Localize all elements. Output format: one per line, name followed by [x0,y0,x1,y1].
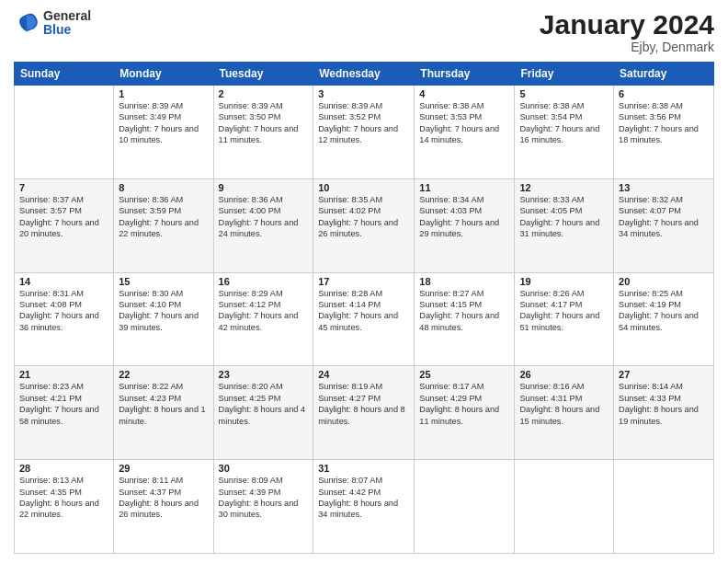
day-cell: 24Sunrise: 8:19 AM Sunset: 4:27 PM Dayli… [313,366,415,460]
day-number: 17 [318,276,409,287]
day-cell [415,460,515,554]
title-area: January 2024 Ejby, Denmark [540,9,714,54]
week-row-2: 7Sunrise: 8:37 AM Sunset: 3:57 PM Daylig… [15,178,714,272]
day-info: Sunrise: 8:37 AM Sunset: 3:57 PM Dayligh… [19,194,108,240]
day-number: 14 [19,276,108,287]
day-info: Sunrise: 8:20 AM Sunset: 4:25 PM Dayligh… [219,381,309,427]
day-number: 21 [19,369,108,380]
day-number: 25 [419,369,509,380]
day-number: 22 [119,369,208,380]
day-info: Sunrise: 8:38 AM Sunset: 3:53 PM Dayligh… [419,100,509,146]
day-number: 4 [419,88,509,99]
day-cell: 4Sunrise: 8:38 AM Sunset: 3:53 PM Daylig… [415,86,515,179]
day-cell: 7Sunrise: 8:37 AM Sunset: 3:57 PM Daylig… [15,178,114,272]
logo-icon [14,10,40,36]
day-info: Sunrise: 8:39 AM Sunset: 3:50 PM Dayligh… [219,100,309,146]
day-info: Sunrise: 8:28 AM Sunset: 4:14 PM Dayligh… [318,288,409,334]
day-cell: 1Sunrise: 8:39 AM Sunset: 3:49 PM Daylig… [114,86,213,179]
header: General Blue January 2024 Ejby, Denmark [14,9,714,54]
day-cell: 19Sunrise: 8:26 AM Sunset: 4:17 PM Dayli… [515,272,614,366]
day-number: 30 [219,463,309,474]
day-info: Sunrise: 8:32 AM Sunset: 4:07 PM Dayligh… [619,194,709,240]
week-row-1: 1Sunrise: 8:39 AM Sunset: 3:49 PM Daylig… [15,86,714,179]
day-info: Sunrise: 8:25 AM Sunset: 4:19 PM Dayligh… [619,288,709,334]
day-cell: 10Sunrise: 8:35 AM Sunset: 4:02 PM Dayli… [313,178,415,272]
day-info: Sunrise: 8:22 AM Sunset: 4:23 PM Dayligh… [119,381,208,427]
header-row: Sunday Monday Tuesday Wednesday Thursday… [15,63,714,86]
day-cell: 13Sunrise: 8:32 AM Sunset: 4:07 PM Dayli… [614,178,714,272]
day-cell: 29Sunrise: 8:11 AM Sunset: 4:37 PM Dayli… [114,460,213,554]
day-info: Sunrise: 8:39 AM Sunset: 3:52 PM Dayligh… [318,100,409,146]
day-number: 9 [219,182,309,193]
day-number: 7 [19,182,108,193]
day-info: Sunrise: 8:36 AM Sunset: 3:59 PM Dayligh… [119,194,208,240]
day-cell: 15Sunrise: 8:30 AM Sunset: 4:10 PM Dayli… [114,272,213,366]
day-cell [614,460,714,554]
logo: General Blue [14,9,91,38]
day-cell: 23Sunrise: 8:20 AM Sunset: 4:25 PM Dayli… [213,366,313,460]
week-row-4: 21Sunrise: 8:23 AM Sunset: 4:21 PM Dayli… [15,366,714,460]
day-info: Sunrise: 8:36 AM Sunset: 4:00 PM Dayligh… [219,194,309,240]
day-cell: 17Sunrise: 8:28 AM Sunset: 4:14 PM Dayli… [313,272,415,366]
day-number: 27 [619,369,709,380]
col-monday: Monday [114,63,213,86]
day-cell: 16Sunrise: 8:29 AM Sunset: 4:12 PM Dayli… [213,272,313,366]
day-info: Sunrise: 8:29 AM Sunset: 4:12 PM Dayligh… [219,288,309,334]
logo-blue: Blue [43,23,91,37]
day-number: 3 [318,88,409,99]
day-cell: 18Sunrise: 8:27 AM Sunset: 4:15 PM Dayli… [415,272,515,366]
day-number: 6 [619,88,709,99]
day-info: Sunrise: 8:19 AM Sunset: 4:27 PM Dayligh… [318,381,409,427]
day-cell: 21Sunrise: 8:23 AM Sunset: 4:21 PM Dayli… [15,366,114,460]
day-info: Sunrise: 8:07 AM Sunset: 4:42 PM Dayligh… [318,475,409,521]
day-info: Sunrise: 8:11 AM Sunset: 4:37 PM Dayligh… [119,475,208,521]
day-number: 23 [219,369,309,380]
week-row-5: 28Sunrise: 8:13 AM Sunset: 4:35 PM Dayli… [15,460,714,554]
day-info: Sunrise: 8:38 AM Sunset: 3:56 PM Dayligh… [619,100,709,146]
day-info: Sunrise: 8:23 AM Sunset: 4:21 PM Dayligh… [19,381,108,427]
day-number: 8 [119,182,208,193]
month-title: January 2024 [540,9,714,40]
day-info: Sunrise: 8:35 AM Sunset: 4:02 PM Dayligh… [318,194,409,240]
day-cell: 25Sunrise: 8:17 AM Sunset: 4:29 PM Dayli… [415,366,515,460]
day-number: 15 [119,276,208,287]
col-wednesday: Wednesday [313,63,415,86]
day-info: Sunrise: 8:26 AM Sunset: 4:17 PM Dayligh… [519,288,609,334]
calendar-header: Sunday Monday Tuesday Wednesday Thursday… [15,63,714,86]
day-number: 2 [219,88,309,99]
day-cell: 22Sunrise: 8:22 AM Sunset: 4:23 PM Dayli… [114,366,213,460]
location: Ejby, Denmark [540,40,714,54]
day-cell: 26Sunrise: 8:16 AM Sunset: 4:31 PM Dayli… [515,366,614,460]
day-info: Sunrise: 8:09 AM Sunset: 4:39 PM Dayligh… [219,475,309,521]
col-sunday: Sunday [15,63,114,86]
day-number: 11 [419,182,509,193]
day-cell: 12Sunrise: 8:33 AM Sunset: 4:05 PM Dayli… [515,178,614,272]
week-row-3: 14Sunrise: 8:31 AM Sunset: 4:08 PM Dayli… [15,272,714,366]
day-info: Sunrise: 8:30 AM Sunset: 4:10 PM Dayligh… [119,288,208,334]
day-number: 5 [519,88,609,99]
col-thursday: Thursday [415,63,515,86]
day-cell: 27Sunrise: 8:14 AM Sunset: 4:33 PM Dayli… [614,366,714,460]
day-cell [15,86,114,179]
day-cell: 31Sunrise: 8:07 AM Sunset: 4:42 PM Dayli… [313,460,415,554]
calendar-body: 1Sunrise: 8:39 AM Sunset: 3:49 PM Daylig… [15,86,714,554]
day-number: 16 [219,276,309,287]
col-friday: Friday [515,63,614,86]
day-info: Sunrise: 8:34 AM Sunset: 4:03 PM Dayligh… [419,194,509,240]
day-info: Sunrise: 8:16 AM Sunset: 4:31 PM Dayligh… [519,381,609,427]
page: General Blue January 2024 Ejby, Denmark … [0,0,728,563]
day-number: 1 [119,88,208,99]
day-number: 13 [619,182,709,193]
day-cell: 28Sunrise: 8:13 AM Sunset: 4:35 PM Dayli… [15,460,114,554]
logo-general: General [43,9,91,23]
day-info: Sunrise: 8:33 AM Sunset: 4:05 PM Dayligh… [519,194,609,240]
day-number: 18 [419,276,509,287]
day-cell: 8Sunrise: 8:36 AM Sunset: 3:59 PM Daylig… [114,178,213,272]
col-saturday: Saturday [614,63,714,86]
day-cell: 5Sunrise: 8:38 AM Sunset: 3:54 PM Daylig… [515,86,614,179]
day-cell [515,460,614,554]
day-cell: 9Sunrise: 8:36 AM Sunset: 4:00 PM Daylig… [213,178,313,272]
day-cell: 3Sunrise: 8:39 AM Sunset: 3:52 PM Daylig… [313,86,415,179]
day-cell: 20Sunrise: 8:25 AM Sunset: 4:19 PM Dayli… [614,272,714,366]
day-info: Sunrise: 8:14 AM Sunset: 4:33 PM Dayligh… [619,381,709,427]
